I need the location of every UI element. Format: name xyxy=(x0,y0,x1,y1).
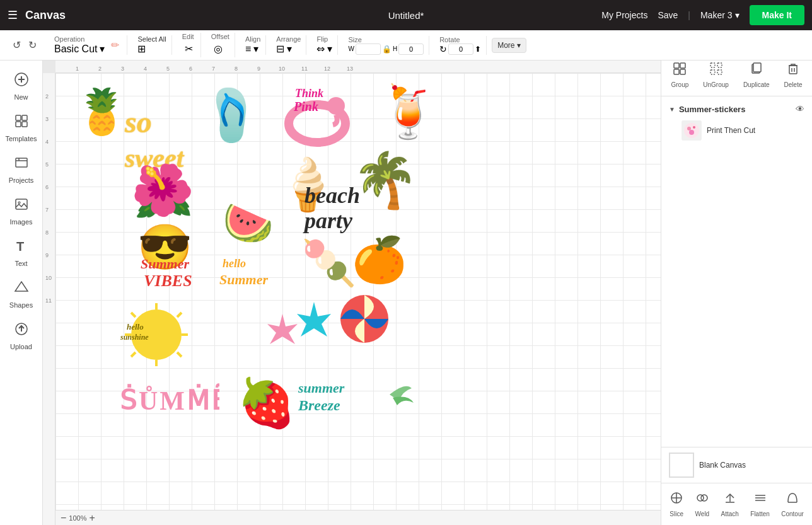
operation-dropdown-arrow: ▾ xyxy=(100,43,105,55)
svg-line-29 xyxy=(131,313,136,317)
more-button[interactable]: More ▾ xyxy=(492,38,526,53)
flip-dropdown[interactable]: ⇔ ▾ xyxy=(316,43,332,55)
select-all-button[interactable]: Select All xyxy=(137,35,166,43)
size-w-label: W xyxy=(348,45,354,52)
svg-rect-47 xyxy=(710,70,715,74)
layer-group-header[interactable]: ▼ Summer-stickers 👁 xyxy=(666,101,807,117)
align-dropdown[interactable]: ≡ ▾ xyxy=(245,43,260,55)
offset-icon[interactable]: ◎ xyxy=(211,40,229,57)
flip-section: Flip ⇔ ▾ xyxy=(311,35,338,55)
sticker-hibiscus: 🌺 xyxy=(131,161,194,221)
undo-button[interactable]: ↺ xyxy=(10,37,23,54)
redo-button[interactable]: ↻ xyxy=(26,37,39,54)
save-button[interactable]: Save xyxy=(658,10,678,20)
attach-label: Attach xyxy=(721,511,739,517)
my-projects-link[interactable]: My Projects xyxy=(601,10,647,20)
maker-selector[interactable]: Maker 3 ▾ xyxy=(700,10,740,20)
svg-text:hello: hello xyxy=(127,322,144,332)
sidebar-item-shapes[interactable]: Shapes xyxy=(3,274,40,315)
size-label: Size xyxy=(348,36,424,43)
align-icon: ≡ xyxy=(245,43,251,55)
sidebar-item-images[interactable]: Images xyxy=(3,190,40,232)
canvas-area[interactable]: 1 2 3 4 5 6 7 8 9 10 11 12 13 2 3 4 5 6 … xyxy=(43,61,661,525)
flip-icon: ⇔ xyxy=(316,43,325,55)
canvas-surface[interactable]: 🍍 sosweet 🩴 Think Pink xyxy=(55,73,661,510)
ruler-tick-12: 12 xyxy=(324,66,330,72)
attach-action[interactable]: Attach xyxy=(716,488,744,520)
offset-section: Offset ◎ xyxy=(206,33,235,57)
sticker-beach-ball xyxy=(339,294,390,355)
ruler-tick-v-5: 5 xyxy=(45,161,49,168)
sidebar-item-templates[interactable]: Templates xyxy=(3,107,40,149)
lock-icon[interactable]: 🔒 xyxy=(382,45,392,54)
sidebar-item-templates-label: Templates xyxy=(5,135,37,142)
attach-icon xyxy=(723,491,737,508)
zoom-out-button[interactable]: − xyxy=(61,513,66,523)
edit-icon[interactable]: ✂ xyxy=(182,40,195,57)
operation-section: Operation Basic Cut ▾ ✏ xyxy=(49,35,127,55)
rotate-label: Rotate xyxy=(439,36,481,43)
svg-point-62 xyxy=(701,495,707,501)
edit-pen-icon[interactable]: ✏ xyxy=(108,37,122,54)
sticker-watermelon: 🍉 xyxy=(223,199,274,247)
ruler-tick-9: 9 xyxy=(257,66,260,72)
toolbar: ↺ ↻ Operation Basic Cut ▾ ✏ Select All ⊞… xyxy=(0,30,812,61)
duplicate-action[interactable]: Duplicate xyxy=(738,59,775,91)
size-section: Size W 🔒 H xyxy=(343,36,429,55)
size-w-input[interactable] xyxy=(356,43,381,55)
slice-action[interactable]: Slice xyxy=(664,488,688,520)
svg-rect-4 xyxy=(22,115,27,120)
contour-action[interactable]: Contour xyxy=(776,488,809,520)
sticker-palm-tree: 🌴 xyxy=(352,149,419,212)
ungroup-action[interactable]: UnGroup xyxy=(698,59,734,91)
svg-point-17 xyxy=(327,97,345,115)
operation-dropdown[interactable]: Basic Cut ▾ xyxy=(54,43,105,55)
layer-visibility-icon[interactable]: 👁 xyxy=(796,104,804,114)
document-title[interactable]: Untitled* xyxy=(388,10,424,21)
arrange-dropdown[interactable]: ⊟ ▾ xyxy=(276,43,301,55)
layer-group-name: Summer-stickers xyxy=(679,105,792,114)
ruler-left: 2 3 4 5 6 7 8 9 10 11 xyxy=(43,73,55,525)
svg-text:summer: summer xyxy=(298,380,345,396)
flatten-action[interactable]: Flatten xyxy=(745,488,775,520)
weld-action[interactable]: Weld xyxy=(690,488,715,520)
new-icon xyxy=(14,72,29,91)
rotate-input[interactable] xyxy=(448,43,473,55)
canvas-grid[interactable]: 🍍 sosweet 🩴 Think Pink xyxy=(55,73,661,510)
zoom-in-button[interactable]: + xyxy=(89,513,95,523)
delete-action[interactable]: Delete xyxy=(779,59,808,91)
svg-marker-36 xyxy=(297,302,331,337)
align-section: Align ≡ ▾ xyxy=(240,35,266,55)
size-h-input[interactable] xyxy=(398,43,424,55)
layer-item-print-then-cut[interactable]: Print Then Cut xyxy=(666,117,807,144)
sidebar-item-projects[interactable]: Projects xyxy=(3,149,40,190)
group-icon xyxy=(673,62,687,79)
operation-control: Operation Basic Cut ▾ xyxy=(54,35,105,55)
ruler-tick-v-11: 11 xyxy=(45,297,52,304)
select-all-section: Select All ⊞ xyxy=(132,35,171,55)
ungroup-icon xyxy=(709,62,723,79)
menu-icon[interactable]: ☰ xyxy=(8,8,18,22)
svg-point-24 xyxy=(131,309,182,360)
contour-icon xyxy=(786,491,799,508)
sidebar-item-text[interactable]: T Text xyxy=(3,232,40,274)
rotate-arrow-up[interactable]: ⬆ xyxy=(475,45,481,54)
ruler-tick-8: 8 xyxy=(235,66,238,72)
arrange-control: Arrange ⊟ ▾ xyxy=(276,35,301,55)
select-all-icon[interactable]: ⊞ xyxy=(137,43,166,55)
svg-line-32 xyxy=(131,352,136,357)
arrange-arrow: ▾ xyxy=(287,43,292,55)
zoom-level-display: 100% xyxy=(69,514,86,522)
svg-text:Breeze: Breeze xyxy=(298,397,340,413)
group-action[interactable]: Group xyxy=(666,59,694,91)
ruler-tick-4: 4 xyxy=(144,66,147,72)
panel-actions: Group UnGroup Duplicate Delete xyxy=(661,54,812,96)
sidebar-item-new[interactable]: New xyxy=(3,66,40,107)
arrange-label: Arrange xyxy=(276,35,301,43)
sidebar-item-upload[interactable]: Upload xyxy=(3,315,40,357)
slice-icon xyxy=(670,491,683,508)
svg-rect-44 xyxy=(680,69,685,74)
edit-section: Edit ✂ xyxy=(177,33,201,57)
ruler-tick-3: 3 xyxy=(121,66,124,72)
make-it-button[interactable]: Make It xyxy=(750,5,804,25)
